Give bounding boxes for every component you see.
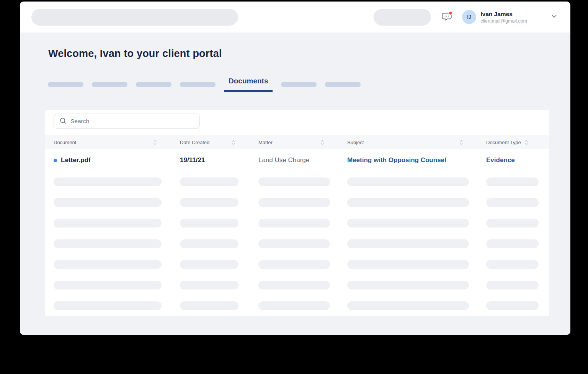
column-header-matter: Matter (258, 139, 347, 146)
tab-placeholder[interactable] (48, 82, 83, 87)
skeleton-pill (347, 198, 469, 207)
skeleton-cell (486, 177, 540, 186)
skeleton-pill (486, 239, 539, 248)
skeleton-cell (258, 219, 347, 228)
cell-subject: Meeting with Opposing Counsel (347, 156, 486, 164)
tab-bar: Documents (48, 77, 570, 92)
chat-notifications-button[interactable] (441, 10, 453, 24)
skeleton-cell (180, 239, 258, 248)
skeleton-pill (486, 260, 539, 269)
table-row-skeleton (45, 233, 549, 254)
skeleton-pill (347, 260, 469, 269)
search-box[interactable] (54, 114, 200, 129)
skeleton-cell (54, 219, 180, 228)
tab-placeholders-after (281, 82, 369, 87)
skeleton-cell (347, 301, 486, 310)
cell-matter: Land Use Charge (258, 156, 347, 164)
skeleton-cell (258, 260, 347, 269)
skeleton-cell (180, 260, 258, 269)
skeleton-cell (258, 239, 347, 248)
cell-document-type: Evidence (486, 156, 540, 164)
user-email: clientmail@gmail.com (480, 18, 527, 24)
skeleton-cell (180, 177, 258, 186)
tab-placeholder[interactable] (281, 82, 317, 87)
search-input[interactable] (70, 118, 194, 125)
skeleton-pill (486, 219, 539, 228)
skeleton-cell (486, 239, 540, 248)
skeleton-cell (54, 260, 180, 269)
skeleton-cell (180, 198, 258, 207)
skeleton-pill (180, 301, 238, 310)
cell-date-created: 19/11/21 (180, 156, 258, 164)
table-row-skeleton (45, 213, 549, 233)
sort-icon[interactable] (524, 139, 528, 146)
skeleton-pill (180, 239, 238, 248)
skeleton-pill (258, 260, 330, 269)
user-info: Ivan James clientmail@gmail.com (480, 10, 527, 24)
topbar-button-placeholder (374, 9, 431, 26)
skeleton-rows-container (45, 171, 549, 316)
skeleton-cell (180, 281, 258, 289)
column-label: Date Created (180, 140, 209, 145)
skeleton-pill (486, 198, 539, 207)
skeleton-cell (54, 281, 180, 289)
skeleton-cell (54, 198, 180, 207)
skeleton-cell (180, 301, 258, 310)
skeleton-cell (258, 177, 347, 186)
tab-placeholders-before (48, 82, 224, 87)
tab-placeholder[interactable] (92, 82, 127, 87)
skeleton-cell (258, 281, 347, 289)
column-label: Subject (347, 140, 364, 145)
skeleton-pill (486, 281, 539, 289)
search-icon (59, 117, 70, 126)
column-header-subject: Subject (347, 139, 486, 146)
user-name: Ivan James (480, 10, 527, 18)
skeleton-pill (180, 198, 238, 207)
skeleton-pill (54, 301, 162, 310)
skeleton-pill (180, 281, 238, 289)
column-label: Document (54, 140, 76, 145)
skeleton-pill (347, 301, 469, 310)
skeleton-pill (54, 260, 162, 269)
sort-icon[interactable] (153, 139, 157, 146)
skeleton-cell (347, 260, 486, 269)
skeleton-pill (54, 198, 162, 207)
skeleton-cell (180, 219, 258, 228)
skeleton-pill (180, 260, 238, 269)
skeleton-cell (54, 239, 180, 248)
user-menu-button[interactable] (551, 13, 557, 21)
avatar[interactable]: IJ (462, 10, 476, 24)
tab-placeholder[interactable] (325, 82, 361, 87)
tab-placeholder[interactable] (180, 82, 216, 87)
skeleton-cell (347, 219, 486, 228)
skeleton-pill (258, 301, 330, 310)
column-label: Document Type (486, 140, 521, 145)
page-title: Welcome, Ivan to your client portal (48, 48, 570, 60)
skeleton-pill (258, 281, 330, 289)
skeleton-pill (258, 177, 330, 186)
tab-documents[interactable]: Documents (224, 77, 273, 92)
sort-icon[interactable] (459, 139, 463, 146)
table-row-skeleton (45, 295, 549, 316)
skeleton-cell (347, 281, 486, 289)
table-row-skeleton (45, 192, 549, 213)
skeleton-cell (54, 177, 180, 186)
skeleton-pill (347, 219, 469, 228)
sort-icon[interactable] (232, 139, 235, 146)
skeleton-pill (180, 177, 238, 186)
brand-placeholder (31, 9, 238, 26)
sort-icon[interactable] (320, 139, 324, 146)
skeleton-cell (486, 260, 540, 269)
unread-dot-icon (54, 159, 57, 162)
tab-placeholder[interactable] (136, 82, 172, 87)
table-row-skeleton (45, 275, 549, 295)
skeleton-cell (486, 281, 540, 289)
skeleton-cell (54, 301, 180, 310)
document-link[interactable]: Letter.pdf (61, 156, 90, 164)
skeleton-pill (486, 177, 539, 186)
table-row[interactable]: Letter.pdf 19/11/21 Land Use Charge Meet… (45, 149, 549, 171)
chevron-down-icon (551, 13, 557, 21)
skeleton-pill (347, 177, 469, 186)
topbar-actions: IJ Ivan James clientmail@gmail.com (374, 9, 557, 26)
chat-bubble-icon (441, 10, 453, 24)
